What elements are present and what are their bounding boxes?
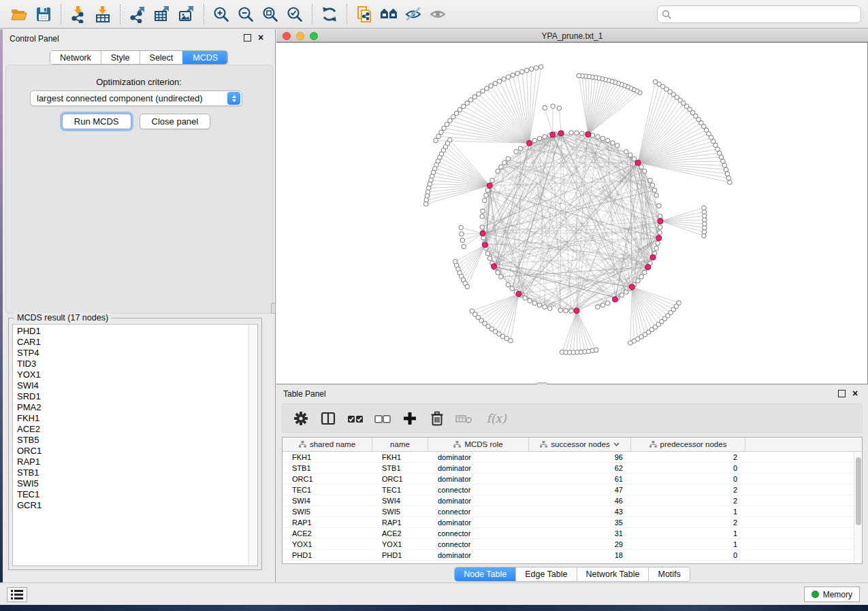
table-cell[interactable]: 61 xyxy=(529,474,631,484)
table-cell[interactable]: 2 xyxy=(631,484,745,495)
search-network-button[interactable] xyxy=(376,3,401,26)
table-cell[interactable]: PHD1 xyxy=(283,550,372,560)
mcds-hub-node[interactable] xyxy=(526,140,532,146)
leaf-node[interactable] xyxy=(485,86,489,91)
export-network-button[interactable] xyxy=(125,3,150,26)
mcds-hub-node[interactable] xyxy=(629,284,634,290)
leaf-node[interactable] xyxy=(459,225,464,230)
ring-node[interactable] xyxy=(658,225,662,230)
table-row[interactable]: ORC1ORC1dominator610 xyxy=(283,474,862,484)
table-cell[interactable]: connector xyxy=(428,539,529,549)
ring-node[interactable] xyxy=(639,165,644,169)
tab-select[interactable]: Select xyxy=(140,51,183,64)
leaf-node[interactable] xyxy=(439,130,444,135)
leaf-node[interactable] xyxy=(728,180,733,185)
mcds-result-item[interactable]: STB1 xyxy=(13,467,248,478)
ring-node[interactable] xyxy=(537,136,542,141)
table-cell[interactable]: 31 xyxy=(529,528,631,538)
table-cell[interactable]: RAP1 xyxy=(372,517,428,527)
column-header-MCDS-role[interactable]: MCDS role xyxy=(428,437,529,451)
ring-node[interactable] xyxy=(596,135,600,139)
mcds-result-item[interactable]: YOX1 xyxy=(13,369,248,380)
memory-button[interactable]: Memory xyxy=(804,587,860,602)
leaf-node[interactable] xyxy=(509,338,513,343)
ring-node[interactable] xyxy=(620,293,624,298)
ring-node[interactable] xyxy=(643,169,647,174)
import-network-button[interactable] xyxy=(66,3,91,26)
leaf-node[interactable] xyxy=(457,108,462,112)
table-cell[interactable]: 0 xyxy=(631,550,745,560)
mcds-hub-node[interactable] xyxy=(550,132,556,137)
table-cell[interactable]: FKH1 xyxy=(283,452,372,462)
table-cell[interactable]: 1 xyxy=(631,528,745,538)
criterion-dropdown[interactable]: largest connected component (undirected) xyxy=(30,90,242,106)
ring-node[interactable] xyxy=(575,131,579,135)
ring-node[interactable] xyxy=(624,150,628,154)
mcds-result-item[interactable]: STB5 xyxy=(13,435,248,446)
mcds-hub-node[interactable] xyxy=(482,242,487,248)
open-session-button[interactable] xyxy=(7,3,31,26)
close-panel-icon[interactable]: × xyxy=(258,34,266,42)
table-row[interactable]: TEC1TEC1connector472 xyxy=(283,484,862,495)
mcds-hub-node[interactable] xyxy=(516,291,521,297)
select-all-button[interactable] xyxy=(347,410,364,427)
table-scrollbar-thumb[interactable] xyxy=(856,457,861,525)
table-row[interactable]: ACE2ACE2connector311 xyxy=(283,528,862,539)
leaf-node[interactable] xyxy=(725,171,730,176)
vertical-splitter-handle[interactable] xyxy=(271,303,276,314)
ring-node[interactable] xyxy=(654,193,659,198)
ring-node[interactable] xyxy=(650,183,655,188)
leaf-node[interactable] xyxy=(520,69,525,74)
ring-node[interactable] xyxy=(558,308,563,313)
ring-node[interactable] xyxy=(579,131,584,136)
table-cell[interactable]: 2 xyxy=(631,452,745,462)
tab-network[interactable]: Network xyxy=(50,51,101,64)
table-cell[interactable]: 43 xyxy=(529,506,631,516)
task-history-button[interactable] xyxy=(7,587,27,602)
leaf-node[interactable] xyxy=(423,201,428,206)
leaf-node[interactable] xyxy=(434,138,438,143)
function-builder-button[interactable]: f(x) xyxy=(483,410,510,427)
table-cell[interactable]: 1 xyxy=(631,539,745,549)
ring-node[interactable] xyxy=(569,131,574,135)
table-cell[interactable]: 62 xyxy=(529,463,631,473)
leaf-node[interactable] xyxy=(543,105,547,110)
table-cell[interactable]: 1 xyxy=(631,506,745,516)
table-cell[interactable]: dominator xyxy=(428,452,529,462)
delete-column-button[interactable] xyxy=(455,410,473,427)
leaf-node[interactable] xyxy=(515,71,520,76)
save-session-button[interactable] xyxy=(31,3,56,26)
table-cell[interactable]: SWI4 xyxy=(283,495,372,506)
table-row[interactable]: YOX1YOX1connector291 xyxy=(283,539,862,550)
ring-node[interactable] xyxy=(648,178,653,183)
table-cell[interactable]: TEC1 xyxy=(372,484,428,495)
float-panel-icon[interactable] xyxy=(838,390,846,397)
duplicate-network-button[interactable] xyxy=(352,3,376,26)
ring-node[interactable] xyxy=(611,141,615,146)
leaf-node[interactable] xyxy=(468,98,473,103)
table-cell[interactable]: ORC1 xyxy=(283,474,372,484)
ring-node[interactable] xyxy=(499,274,504,279)
table-cell[interactable]: ACE2 xyxy=(372,528,428,538)
ring-node[interactable] xyxy=(654,246,659,251)
export-image-button[interactable] xyxy=(174,3,199,26)
ring-node[interactable] xyxy=(502,161,507,165)
refresh-view-button[interactable] xyxy=(317,3,342,26)
leaf-node[interactable] xyxy=(442,126,447,131)
table-cell[interactable]: dominator xyxy=(428,517,529,527)
leaf-node[interactable] xyxy=(472,95,477,99)
mcds-result-item[interactable]: ACE2 xyxy=(13,424,248,435)
table-settings-button[interactable] xyxy=(292,410,310,427)
deselect-all-button[interactable] xyxy=(374,410,391,427)
leaf-node[interactable] xyxy=(702,205,707,210)
table-cell[interactable]: 2 xyxy=(631,517,745,527)
leaf-node[interactable] xyxy=(551,104,556,109)
leaf-node[interactable] xyxy=(465,284,470,289)
ring-node[interactable] xyxy=(656,241,660,246)
close-panel-button[interactable]: Close panel xyxy=(140,114,211,129)
mcds-result-item[interactable]: PHD1 xyxy=(13,326,248,337)
leaf-node[interactable] xyxy=(539,65,543,69)
table-cell[interactable]: 96 xyxy=(529,452,631,462)
ring-node[interactable] xyxy=(596,305,600,310)
table-cell[interactable]: 0 xyxy=(631,474,745,484)
